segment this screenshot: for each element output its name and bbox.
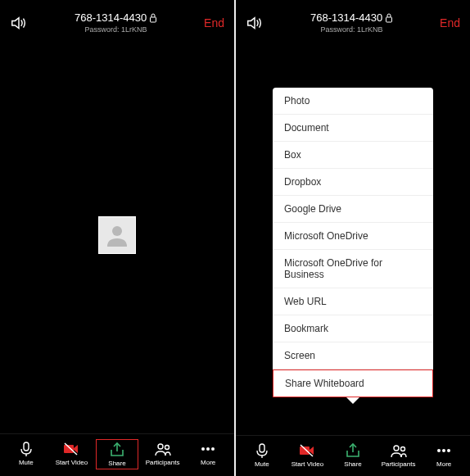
svg-point-9: [206, 447, 210, 451]
share-label: Share: [108, 460, 125, 467]
menu-item-whiteboard[interactable]: Share Whiteboard: [273, 369, 433, 397]
participants-label: Participants: [382, 460, 416, 468]
svg-point-1: [112, 226, 122, 236]
svg-point-17: [400, 447, 404, 451]
speaker-icon[interactable]: [246, 16, 264, 30]
password-label: Password:: [85, 25, 120, 34]
start-video-button[interactable]: Start Video: [286, 441, 328, 469]
more-button[interactable]: More: [423, 441, 465, 469]
microphone-icon: [253, 442, 271, 459]
lock-icon: [385, 13, 393, 23]
password-line: Password: 1LrKNB: [264, 25, 440, 34]
svg-point-16: [394, 446, 399, 451]
svg-rect-0: [151, 17, 156, 22]
start-video-label: Start Video: [56, 459, 88, 466]
header: 768-1314-4430 Password: 1LrKNB End: [0, 0, 234, 37]
menu-item-onedrive-business[interactable]: Microsoft OneDrive for Business: [273, 250, 433, 288]
svg-rect-11: [386, 17, 392, 22]
video-off-icon: [298, 442, 316, 459]
menu-item-dropbox[interactable]: Dropbox: [273, 169, 433, 196]
person-icon: [104, 222, 130, 248]
participants-icon: [390, 442, 408, 459]
share-label: Share: [344, 460, 361, 468]
mute-label: Mute: [255, 460, 269, 468]
menu-item-screen[interactable]: Screen: [273, 342, 433, 369]
menu-item-google-drive[interactable]: Google Drive: [273, 196, 433, 223]
svg-rect-12: [260, 444, 264, 452]
phone-screen-right: 768-1314-4430 Password: 1LrKNB End Photo…: [236, 0, 470, 476]
bottom-toolbar: Mute Start Video Share: [0, 433, 234, 476]
svg-point-8: [201, 447, 205, 451]
menu-item-document[interactable]: Document: [273, 115, 433, 142]
menu-item-bookmark[interactable]: Bookmark: [273, 315, 433, 342]
password-value: 1LrKNB: [357, 25, 383, 34]
menu-item-web-url[interactable]: Web URL: [273, 288, 433, 315]
more-button[interactable]: More: [187, 439, 229, 469]
svg-rect-14: [300, 447, 310, 455]
speaker-icon[interactable]: [10, 16, 28, 30]
svg-rect-4: [64, 445, 74, 453]
main-video-area: [0, 37, 234, 433]
participants-button[interactable]: Participants: [142, 439, 184, 469]
end-button[interactable]: End: [440, 16, 460, 29]
mute-label: Mute: [19, 459, 34, 466]
avatar-placeholder: [98, 216, 136, 254]
meeting-id-text: 768-1314-4430: [75, 11, 147, 24]
share-icon: [108, 442, 126, 458]
svg-point-20: [447, 449, 450, 452]
more-label: More: [436, 460, 451, 468]
end-button[interactable]: End: [204, 16, 224, 29]
lock-icon: [149, 13, 157, 23]
password-line: Password: 1LrKNB: [28, 25, 204, 34]
video-off-icon: [62, 441, 80, 457]
header-center: 768-1314-4430 Password: 1LrKNB: [28, 11, 204, 34]
svg-rect-2: [24, 442, 29, 451]
mute-button[interactable]: Mute: [5, 439, 47, 469]
svg-point-7: [165, 446, 169, 450]
svg-point-6: [158, 444, 163, 449]
share-button[interactable]: Share: [96, 439, 138, 469]
participants-button[interactable]: Participants: [377, 441, 420, 469]
header-center: 768-1314-4430 Password: 1LrKNB: [264, 11, 440, 34]
menu-item-photo[interactable]: Photo: [273, 88, 433, 115]
meeting-id-text: 768-1314-4430: [310, 11, 382, 24]
menu-item-box[interactable]: Box: [273, 142, 433, 169]
participants-icon: [154, 441, 172, 457]
bottom-toolbar: Mute Start Video Share: [236, 435, 470, 476]
svg-point-19: [442, 449, 445, 452]
header: 768-1314-4430 Password: 1LrKNB End: [236, 0, 470, 37]
more-label: More: [201, 459, 215, 466]
more-icon: [435, 442, 453, 459]
phone-screen-left: 768-1314-4430 Password: 1LrKNB End: [0, 0, 234, 476]
more-icon: [199, 441, 217, 457]
share-icon: [344, 442, 362, 459]
mute-button[interactable]: Mute: [241, 441, 283, 469]
menu-item-onedrive[interactable]: Microsoft OneDrive: [273, 223, 433, 250]
start-video-button[interactable]: Start Video: [50, 439, 93, 469]
microphone-icon: [17, 441, 35, 457]
meeting-id: 768-1314-4430: [264, 11, 440, 24]
password-value: 1LrKNB: [121, 25, 147, 34]
svg-point-10: [211, 447, 215, 451]
svg-point-18: [437, 449, 441, 452]
share-button[interactable]: Share: [332, 441, 374, 469]
share-menu: Photo Document Box Dropbox Google Drive …: [273, 88, 433, 397]
participants-label: Participants: [146, 459, 180, 466]
password-label: Password:: [321, 25, 355, 34]
meeting-id: 768-1314-4430: [28, 11, 204, 24]
main-video-area: Photo Document Box Dropbox Google Drive …: [236, 37, 470, 435]
start-video-label: Start Video: [291, 460, 323, 468]
